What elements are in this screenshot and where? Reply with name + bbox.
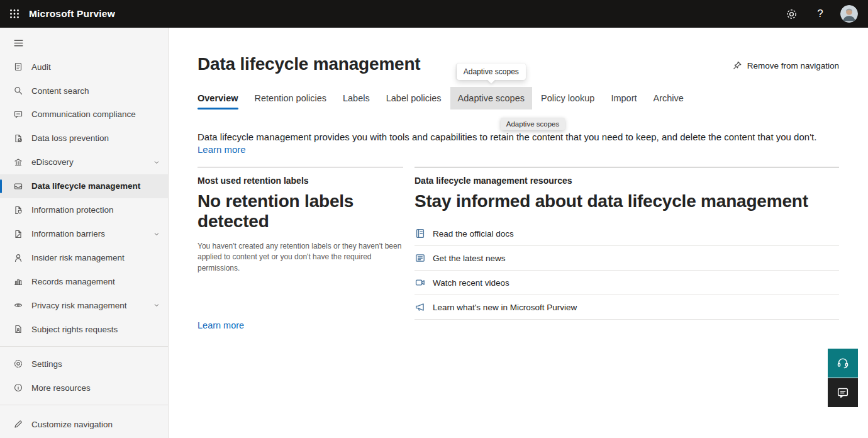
divider (0, 346, 168, 347)
sidebar-item-label: Data loss prevention (31, 133, 109, 143)
sidebar-item-content-search[interactable]: Content search (0, 79, 168, 103)
whats-new-megaphone-icon (415, 301, 426, 313)
topbar: Microsoft Purview ? (0, 0, 868, 28)
sidebar-item-privacy-risk-management[interactable]: Privacy risk management (0, 293, 168, 317)
settings-icon (13, 359, 23, 369)
panel-title: No retention labels detected (198, 191, 403, 233)
sidebar-item-label: Privacy risk management (31, 301, 127, 310)
tab-label: Import (611, 93, 637, 103)
sidebar-item-label: Content search (31, 86, 89, 96)
page-description-text: Data lifecycle management provides you w… (198, 132, 816, 142)
sidebar-item-records-management[interactable]: Records management (0, 269, 168, 293)
resources-panel: Data lifecycle management resources Stay… (415, 167, 839, 332)
information-protection-icon (13, 205, 23, 215)
sidebar-item-label: Subject rights requests (31, 325, 118, 334)
sidebar-item-settings[interactable]: Settings (0, 352, 168, 376)
sidebar-item-data-lifecycle-management[interactable]: Data lifecycle management (0, 174, 168, 198)
sidebar-item-label: Customize navigation (31, 420, 113, 429)
sidebar-item-communication-compliance[interactable]: Communication compliance (0, 103, 168, 126)
sidebar-footer: Customize navigation (0, 400, 168, 438)
information-barriers-icon (13, 229, 23, 239)
panel-title: Stay informed about data lifecycle manag… (415, 191, 839, 212)
app-launcher-button[interactable] (0, 0, 29, 28)
ediscovery-icon (13, 157, 23, 167)
resource-link-label: Read the official docs (433, 229, 514, 239)
tab-labels[interactable]: Labels (335, 87, 377, 110)
resource-link-docs[interactable]: Read the official docs (415, 222, 839, 246)
sidebar-item-label: Settings (31, 359, 62, 369)
tab-import[interactable]: Import (603, 87, 644, 110)
resource-link-whats-new[interactable]: Learn what's new in Microsoft Purview (415, 295, 839, 320)
tab-label: Adaptive scopes (458, 93, 525, 103)
panel-header: Data lifecycle management resources (415, 176, 839, 186)
tab-label: Retention policies (255, 93, 326, 103)
content-search-icon (13, 86, 23, 96)
page-title: Data lifecycle management (198, 54, 421, 74)
retention-labels-panel: Most used retention labels No retention … (198, 167, 403, 332)
waffle-icon (9, 9, 19, 19)
privacy-risk-icon (13, 300, 23, 310)
tab-label: Label policies (386, 93, 442, 103)
headset-icon (836, 356, 850, 370)
tab-label: Labels (343, 93, 370, 103)
resource-link-label: Get the latest news (433, 254, 506, 263)
help-button[interactable]: ? (808, 0, 833, 28)
floating-widgets (828, 349, 858, 407)
more-resources-icon (13, 383, 23, 393)
resource-link-videos[interactable]: Watch recent videos (415, 271, 839, 295)
data-lifecycle-management-icon (13, 181, 23, 191)
tab-label: Overview (198, 93, 238, 103)
tab-retention-policies[interactable]: Retention policies (247, 87, 334, 110)
resource-link-label: Learn what's new in Microsoft Purview (433, 303, 577, 312)
settings-gear-button[interactable] (779, 0, 804, 28)
tab-archive[interactable]: Archive (646, 87, 691, 110)
sidebar: Audit Content search Communication compl… (0, 28, 169, 438)
learn-more-link[interactable]: Learn more (198, 144, 246, 155)
help-widget-button[interactable] (828, 349, 858, 378)
unpin-icon (732, 60, 742, 70)
tab-policy-lookup[interactable]: Policy lookup (533, 87, 602, 110)
sidebar-item-label: Insider risk management (31, 253, 125, 262)
app-title: Microsoft Purview (29, 8, 115, 20)
sidebar-item-ediscovery[interactable]: eDiscovery (0, 150, 168, 174)
tab-label: Policy lookup (541, 93, 594, 103)
chevron-down-icon (153, 301, 160, 309)
feedback-button[interactable] (828, 378, 858, 407)
sidebar-item-label: Records management (31, 277, 115, 286)
tab-overview[interactable]: Overview (190, 87, 246, 110)
sidebar-item-more-resources[interactable]: More resources (0, 376, 168, 400)
customize-pencil-icon (13, 419, 23, 429)
chevron-down-icon (153, 159, 160, 166)
panel-header: Most used retention labels (198, 176, 403, 186)
sidebar-item-label: More resources (31, 383, 91, 393)
customize-navigation-button[interactable]: Customize navigation (0, 410, 168, 438)
page-description: Data lifecycle management provides you w… (198, 131, 839, 157)
sidebar-item-label: Audit (31, 62, 51, 72)
divider (0, 405, 168, 405)
resource-links-list: Read the official docs Get the latest ne… (415, 222, 839, 320)
sidebar-item-audit[interactable]: Audit (0, 55, 168, 79)
tab-label-policies[interactable]: Label policies (379, 87, 449, 110)
subject-rights-icon (13, 324, 23, 334)
sidebar-item-label: Information barriers (31, 229, 105, 239)
sidebar-item-data-loss-prevention[interactable]: Data loss prevention (0, 126, 168, 150)
tab-bar: Overview Retention policies Labels Label… (190, 87, 839, 110)
tab-adaptive-scopes[interactable]: Adaptive scopes Adaptive scopes Adaptive… (450, 87, 532, 110)
sidebar-item-insider-risk-management[interactable]: Insider risk management (0, 246, 168, 270)
sidebar-item-label: Information protection (31, 205, 114, 215)
sidebar-item-information-barriers[interactable]: Information barriers (0, 222, 168, 246)
retention-learn-more-link[interactable]: Learn more (198, 320, 244, 330)
feedback-chat-icon (836, 386, 850, 400)
records-management-icon (13, 276, 23, 286)
sidebar-item-label: eDiscovery (31, 157, 74, 167)
nav-collapse-button[interactable] (8, 34, 33, 52)
sidebar-item-subject-rights-requests[interactable]: Subject rights requests (0, 317, 168, 341)
data-loss-prevention-icon (13, 133, 23, 143)
remove-from-navigation-button[interactable]: Remove from navigation (732, 60, 839, 70)
help-icon: ? (817, 8, 823, 20)
resource-link-news[interactable]: Get the latest news (415, 246, 839, 271)
communication-compliance-icon (13, 110, 23, 120)
gear-icon (786, 8, 798, 20)
account-avatar[interactable] (837, 0, 862, 28)
sidebar-item-information-protection[interactable]: Information protection (0, 198, 168, 222)
